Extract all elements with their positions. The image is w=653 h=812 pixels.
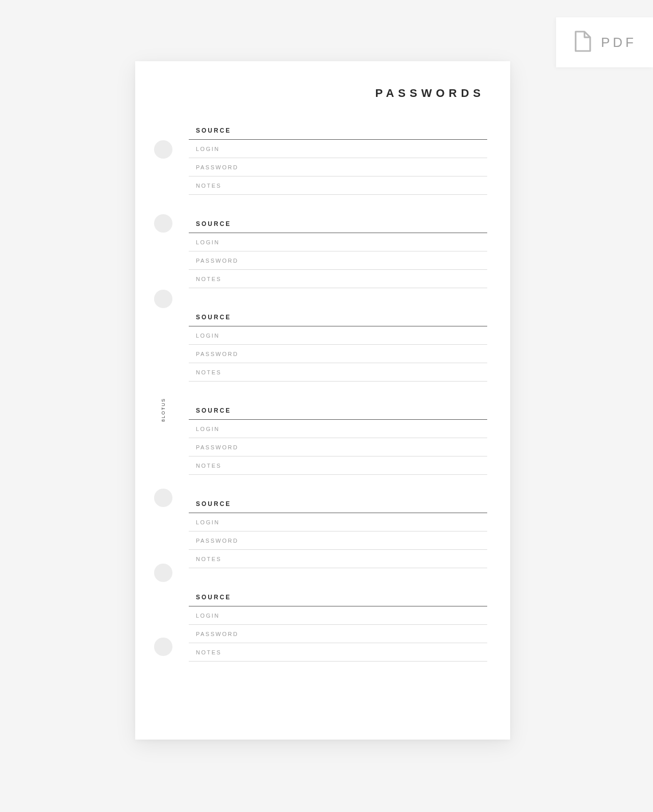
entries-container: SOURCE LOGIN PASSWORD NOTES SOURCE LOGIN… [189, 123, 487, 662]
notes-field: NOTES [189, 176, 487, 195]
binder-hole [154, 489, 172, 507]
login-field: LOGIN [189, 513, 487, 531]
password-field: PASSWORD [189, 625, 487, 643]
source-field: SOURCE [189, 310, 487, 326]
login-field: LOGIN [189, 233, 487, 251]
notes-field: NOTES [189, 643, 487, 662]
password-entry: SOURCE LOGIN PASSWORD NOTES [189, 123, 487, 195]
login-field: LOGIN [189, 606, 487, 625]
password-entry: SOURCE LOGIN PASSWORD NOTES [189, 216, 487, 288]
page-title: PASSWORDS [156, 87, 487, 100]
pdf-badge: PDF [556, 17, 653, 67]
password-field: PASSWORD [189, 531, 487, 550]
password-entry: SOURCE LOGIN PASSWORD NOTES [189, 403, 487, 475]
password-entry: SOURCE LOGIN PASSWORD NOTES [189, 590, 487, 662]
notes-field: NOTES [189, 456, 487, 475]
password-entry: SOURCE LOGIN PASSWORD NOTES [189, 310, 487, 382]
binder-hole [154, 564, 172, 582]
binder-hole [154, 214, 172, 233]
document-icon [572, 30, 592, 55]
source-field: SOURCE [189, 123, 487, 140]
source-field: SOURCE [189, 590, 487, 606]
source-field: SOURCE [189, 403, 487, 420]
brand-label: 8LOTUS [161, 398, 166, 422]
binder-hole [154, 638, 172, 656]
pdf-badge-label: PDF [601, 35, 637, 50]
notes-field: NOTES [189, 270, 487, 288]
login-field: LOGIN [189, 140, 487, 158]
password-field: PASSWORD [189, 345, 487, 363]
source-field: SOURCE [189, 216, 487, 233]
password-field: PASSWORD [189, 158, 487, 176]
binder-hole [154, 140, 172, 159]
login-field: LOGIN [189, 420, 487, 438]
password-field: PASSWORD [189, 251, 487, 270]
login-field: LOGIN [189, 326, 487, 345]
planner-page: 8LOTUS PASSWORDS SOURCE LOGIN PASSWORD N… [135, 61, 510, 740]
binder-hole [154, 290, 172, 308]
source-field: SOURCE [189, 496, 487, 513]
notes-field: NOTES [189, 363, 487, 382]
notes-field: NOTES [189, 550, 487, 568]
password-entry: SOURCE LOGIN PASSWORD NOTES [189, 496, 487, 568]
password-field: PASSWORD [189, 438, 487, 456]
